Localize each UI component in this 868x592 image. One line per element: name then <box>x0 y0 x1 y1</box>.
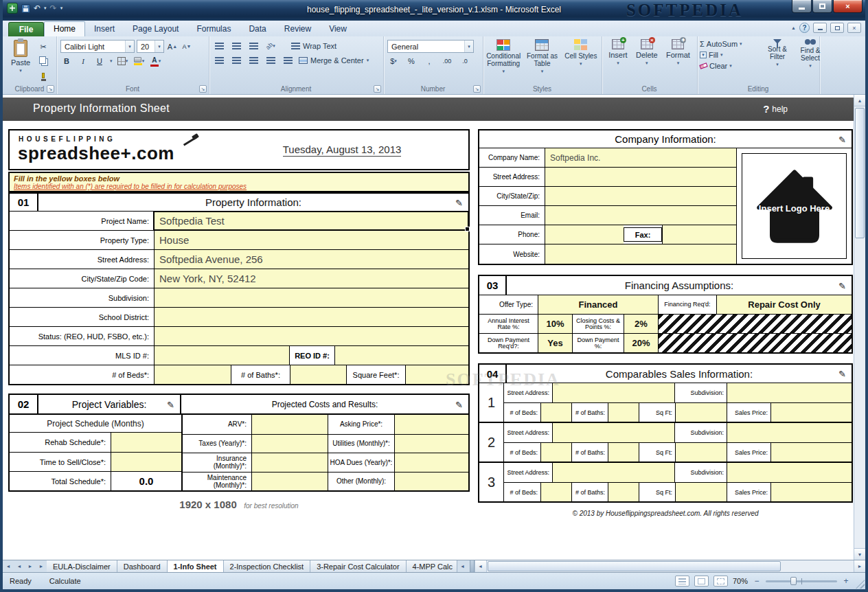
tab-split-handle[interactable] <box>470 560 475 572</box>
comp3-sqft-input[interactable] <box>675 483 727 501</box>
comp2-subdivision-input[interactable] <box>727 423 852 442</box>
qat-customize-icon[interactable]: ▾ <box>60 5 63 11</box>
last-sheet-icon[interactable]: ► <box>36 560 47 572</box>
scroll-left-icon[interactable]: ◄ <box>475 560 487 572</box>
company-citystate-input[interactable] <box>545 187 736 205</box>
underline-dropdown-icon[interactable]: ▾ <box>110 58 113 64</box>
comp3-street-input[interactable] <box>552 463 674 482</box>
tab-page-layout[interactable]: Page Layout <box>124 22 187 36</box>
excel-app-icon[interactable] <box>7 3 18 14</box>
sort-filter-button[interactable]: Sort & Filter ▾ <box>762 39 793 69</box>
close-button[interactable]: × <box>833 0 863 13</box>
subdivision-input[interactable] <box>154 288 468 307</box>
tab-review[interactable]: Review <box>275 22 320 36</box>
borders-button[interactable]: ▾ <box>117 55 129 67</box>
comp2-price-input[interactable] <box>770 443 852 462</box>
comp2-sqft-input[interactable] <box>675 443 727 462</box>
company-phone-input[interactable] <box>545 225 624 244</box>
save-icon[interactable] <box>21 4 30 13</box>
resize-grip[interactable] <box>856 580 865 589</box>
merge-center-button[interactable]: Merge & Center▾ <box>299 54 369 67</box>
down-payment-reqd-value[interactable]: Yes <box>538 334 572 352</box>
property-type-input[interactable]: House <box>154 231 468 249</box>
grow-font-button[interactable]: A▲ <box>166 41 179 53</box>
tab-home[interactable]: Home <box>44 21 85 36</box>
other-monthly-input[interactable] <box>394 473 468 491</box>
comp1-baths-input[interactable] <box>608 403 639 422</box>
sheet-tab-eula[interactable]: EULA-Disclaimer <box>47 560 117 572</box>
scroll-up-icon[interactable]: ▲ <box>854 95 865 106</box>
align-top-button[interactable] <box>213 40 225 52</box>
font-size-select[interactable]: 20 ▾ <box>137 40 164 53</box>
reo-id-input[interactable] <box>334 346 468 365</box>
font-name-select[interactable]: Calibri Light ▾ <box>60 40 135 53</box>
decrease-decimal-button[interactable]: .0 <box>459 55 471 67</box>
company-email-input[interactable] <box>545 206 736 225</box>
comp1-beds-input[interactable] <box>540 403 571 422</box>
horizontal-scrollbar[interactable]: ◄ ► <box>475 560 865 572</box>
paste-button[interactable]: Paste ▾ <box>6 40 35 73</box>
down-payment-pct-value[interactable]: 20% <box>624 334 658 352</box>
align-center-button[interactable] <box>230 54 242 67</box>
tab-formulas[interactable]: Formulas <box>187 22 240 36</box>
school-district-input[interactable] <box>154 308 468 326</box>
status-calculate[interactable]: Calculate <box>49 577 81 585</box>
taxes-input[interactable] <box>251 435 328 453</box>
time-to-sell-input[interactable] <box>111 453 181 471</box>
font-dialog-launcher[interactable]: ↘ <box>199 85 207 93</box>
find-select-button[interactable]: Find & Select ▾ <box>795 39 826 69</box>
align-middle-button[interactable] <box>230 40 242 52</box>
shrink-font-button[interactable]: A▼ <box>181 41 193 53</box>
workbook-close-button[interactable]: × <box>847 23 861 33</box>
undo-dropdown-icon[interactable]: ▾ <box>44 5 47 11</box>
maintenance-input[interactable] <box>251 473 328 491</box>
bold-button[interactable]: B <box>60 55 73 67</box>
comma-style-button[interactable]: , <box>423 55 435 67</box>
workbook-restore-button[interactable] <box>830 23 844 33</box>
increase-decimal-button[interactable]: .00 <box>441 55 453 67</box>
company-street-input[interactable] <box>545 168 736 186</box>
help-icon[interactable]: ? <box>799 23 810 33</box>
align-left-button[interactable] <box>213 54 225 67</box>
arv-input[interactable] <box>251 415 328 434</box>
percent-style-button[interactable]: % <box>405 55 418 67</box>
copy-button[interactable] <box>37 55 49 67</box>
autosum-button[interactable]: Σ AutoSum ▾ <box>700 40 760 48</box>
horizontal-scroll-thumb[interactable] <box>488 561 781 571</box>
sqft-input[interactable] <box>405 365 468 384</box>
number-format-select[interactable]: General ▾ <box>387 40 474 53</box>
maximize-button[interactable] <box>812 0 832 13</box>
baths-input[interactable] <box>290 365 346 384</box>
tab-insert[interactable]: Insert <box>85 22 124 36</box>
city-state-zip-input[interactable]: New York, NY, 52412 <box>154 269 468 288</box>
tab-view[interactable]: View <box>320 22 356 36</box>
offer-type-value[interactable]: Financed <box>538 295 658 314</box>
tab-file[interactable]: File <box>8 22 44 36</box>
sheet-tab-dashboard[interactable]: Dashboard <box>117 560 168 572</box>
scroll-down-icon[interactable]: ▼ <box>854 548 865 560</box>
financing-reqd-value[interactable]: Repair Cost Only <box>716 295 852 314</box>
utilities-input[interactable] <box>394 435 468 453</box>
tab-scroll-left-icon[interactable]: ◄ <box>457 560 468 572</box>
ribbon-collapse-icon[interactable]: ▲ <box>791 25 796 30</box>
minimize-button[interactable] <box>792 0 812 13</box>
normal-view-button[interactable] <box>675 576 689 587</box>
vertical-scrollbar[interactable]: ▲ ▼ <box>854 95 865 560</box>
scroll-right-icon[interactable]: ► <box>854 560 865 572</box>
zoom-in-button[interactable]: + <box>842 576 850 586</box>
sheet-tab-info-sheet[interactable]: 1-Info Sheet <box>168 560 224 572</box>
sheet-tab-mpp-calc[interactable]: 4-MPP Calc <box>407 560 457 572</box>
comp1-price-input[interactable] <box>770 403 852 422</box>
fill-color-button[interactable]: ▾ <box>133 55 146 67</box>
tab-data[interactable]: Data <box>240 22 275 36</box>
insurance-input[interactable] <box>251 453 328 472</box>
sheet-tab-repair-calc[interactable]: 3-Repair Cost Calculator <box>310 560 406 572</box>
orientation-button[interactable]: ab▾ <box>264 40 277 52</box>
prev-sheet-icon[interactable]: ◄ <box>14 560 25 572</box>
workbook-minimize-button[interactable] <box>813 23 827 33</box>
hoa-dues-input[interactable] <box>394 453 468 472</box>
italic-button[interactable]: I <box>77 55 89 67</box>
comp2-beds-input[interactable] <box>540 443 571 462</box>
zoom-slider[interactable] <box>766 580 837 582</box>
zoom-slider-thumb[interactable] <box>790 577 797 585</box>
